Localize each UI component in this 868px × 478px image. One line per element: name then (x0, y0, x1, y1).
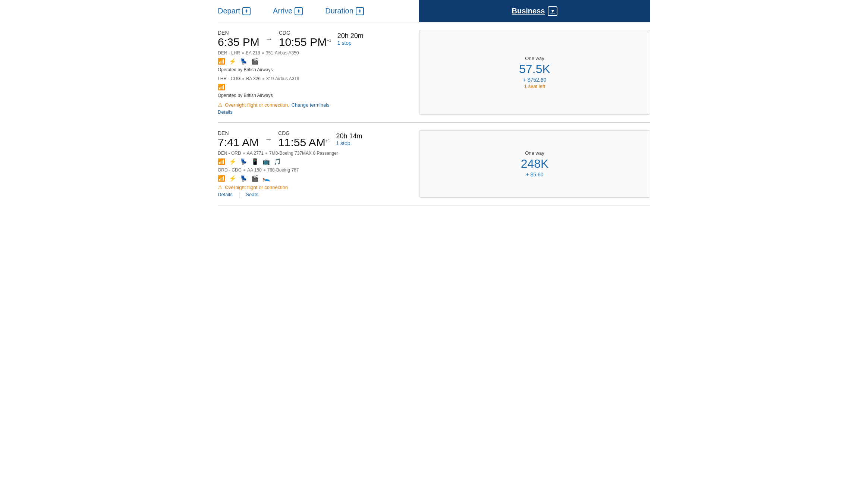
amenities-seg2: 📶 (218, 84, 412, 91)
duration-sort-icon[interactable]: ⬍ (356, 7, 364, 15)
f2-amenities-seg1: 📶 ⚡ 💺 📱 📺 🎵 (218, 158, 412, 165)
f2-mobile-icon-1: 📱 (251, 158, 259, 165)
stops-1: 1 stop (337, 40, 364, 46)
price-miles-2: 248K (521, 157, 549, 170)
price-panel-2[interactable]: One way 248K + $5.60 (419, 130, 650, 198)
warning-text-1: Overnight flight or connection, (225, 102, 289, 108)
duration-text-2: 20h 14m (336, 132, 362, 140)
f2-seg1-flight: AA 2771 (247, 151, 264, 156)
dot-f2-2b (264, 169, 265, 171)
dot-f2-2a (243, 169, 245, 171)
business-dropdown-button[interactable]: Business ▼ (512, 6, 558, 16)
one-way-label-1: One way (525, 56, 544, 61)
seg1-aircraft: 351-Airbus A350 (266, 50, 299, 56)
depart-sort-label: Depart (218, 7, 240, 15)
arrive-sort-label: Arrive (273, 7, 292, 15)
duration-block-1: 20h 20m 1 stop (337, 32, 364, 46)
business-dropdown-icon[interactable]: ▼ (548, 6, 557, 16)
entertainment-icon-1: 🎬 (251, 58, 259, 65)
arrive-superscript-1: +1 (327, 38, 331, 43)
power-icon-1: ⚡ (229, 58, 236, 65)
f2-power-icon-1: ⚡ (229, 158, 236, 165)
duration-sort-label: Duration (325, 7, 353, 15)
depart-block-2: DEN 7:41 AM (218, 130, 259, 148)
arrive-superscript-2: +1 (326, 138, 330, 143)
depart-block-1: DEN 6:35 PM (218, 30, 260, 48)
depart-airport-1: DEN (218, 30, 260, 36)
stops-2: 1 stop (336, 140, 362, 146)
f2-power-icon-2: ⚡ (229, 175, 236, 182)
operated-by-seg1: Operated by British Airways (218, 67, 412, 72)
arrive-sort-icon[interactable]: ⬍ (295, 7, 303, 15)
warning-row-1: ⚠ Overnight flight or connection, Change… (218, 102, 412, 108)
details-link-2[interactable]: Details (218, 192, 233, 198)
f2-tv-icon-1: 📺 (262, 158, 270, 165)
header-row: Depart ⬍ Arrive ⬍ Duration ⬍ Business ▼ (218, 0, 650, 22)
flight-info-2: DEN 7:41 AM → CDG 11:55 AM+1 20h 14m 1 s… (218, 130, 419, 198)
f2-segment-1-route: DEN - ORD AA 2771 7M8-Boeing 737MAX 8 Pa… (218, 151, 412, 156)
segment-2-route: LHR - CDG BA 326 319-Airbus A319 (218, 76, 412, 81)
flight-times-2: DEN 7:41 AM → CDG 11:55 AM+1 20h 14m 1 s… (218, 130, 412, 148)
seg1-flight: BA 218 (246, 50, 260, 56)
warning-icon-2: ⚠ (218, 184, 223, 190)
flight-row-1: DEN 6:35 PM → CDG 10:55 PM+1 20h 20m 1 s… (218, 22, 650, 123)
f2-segment-2-route: ORD - CDG AA 150 788-Boeing 787 (218, 167, 412, 173)
f2-wifi-icon-2: 📶 (218, 175, 225, 182)
details-link-1[interactable]: Details (218, 109, 233, 115)
details-row-2: Details | Seats (218, 192, 412, 198)
details-row-1: Details (218, 109, 412, 115)
dot-f2-1b (265, 152, 267, 154)
business-header[interactable]: Business ▼ (419, 0, 650, 22)
flight-info-1: DEN 6:35 PM → CDG 10:55 PM+1 20h 20m 1 s… (218, 30, 419, 115)
f2-wifi-icon-1: 📶 (218, 158, 225, 165)
seats-link-2[interactable]: Seats (246, 192, 258, 198)
depart-sort-icon[interactable]: ⬍ (242, 7, 251, 15)
f2-flatbed-icon-2: 🛌 (262, 175, 270, 182)
seats-left-1: 1 seat left (524, 84, 545, 89)
change-terminals-link[interactable]: Change terminals (292, 102, 330, 108)
f2-seat-icon-1: 💺 (240, 158, 248, 165)
arrive-sort[interactable]: Arrive ⬍ (273, 7, 303, 15)
f2-music-icon-1: 🎵 (274, 158, 281, 165)
seg2-aircraft: 319-Airbus A319 (266, 76, 299, 81)
price-miles-1: 57.5K (519, 63, 550, 76)
arrive-airport-2: CDG (278, 130, 330, 136)
depart-time-2: 7:41 AM (218, 136, 259, 148)
seg2-flight: BA 326 (246, 76, 261, 81)
dot-2b (262, 78, 264, 80)
arrow-icon-2: → (265, 135, 272, 144)
arrive-time-2: 11:55 AM+1 (278, 136, 330, 148)
dot-f2-1a (243, 152, 245, 154)
arrow-icon-1: → (265, 35, 273, 43)
amenities-seg1: 📶 ⚡ 💺 🎬 (218, 58, 412, 65)
duration-sort[interactable]: Duration ⬍ (325, 7, 364, 15)
arrive-airport-1: CDG (279, 30, 331, 36)
f2-seg1-aircraft: 7M8-Boeing 737MAX 8 Passenger (269, 151, 338, 156)
depart-sort[interactable]: Depart ⬍ (218, 7, 251, 15)
flight-times-1: DEN 6:35 PM → CDG 10:55 PM+1 20h 20m 1 s… (218, 30, 412, 48)
duration-block-2: 20h 14m 1 stop (336, 132, 362, 146)
seg2-route: LHR - CDG (218, 76, 240, 81)
flight-row-2: DEN 7:41 AM → CDG 11:55 AM+1 20h 14m 1 s… (218, 123, 650, 205)
f2-entertainment-icon-2: 🎬 (251, 175, 259, 182)
sort-columns: Depart ⬍ Arrive ⬍ Duration ⬍ (218, 0, 419, 22)
f2-seat-icon-2: 💺 (240, 175, 248, 182)
warning-icon-1: ⚠ (218, 102, 223, 108)
wifi-icon-2: 📶 (218, 84, 225, 91)
depart-airport-2: DEN (218, 130, 259, 136)
price-cash-1: + $752.60 (523, 77, 547, 83)
f2-seg1-route: DEN - ORD (218, 151, 241, 156)
price-panel-1[interactable]: One way 57.5K + $752.60 1 seat left (419, 30, 650, 115)
business-label-text: Business (512, 7, 545, 15)
warning-text-2: Overnight flight or connection (225, 185, 288, 190)
price-cash-2: + $5.60 (526, 172, 543, 177)
one-way-label-2: One way (525, 150, 544, 156)
wifi-icon-1: 📶 (218, 58, 225, 65)
dot-1a (242, 52, 244, 54)
divider-2: | (239, 192, 240, 198)
warning-row-2: ⚠ Overnight flight or connection (218, 184, 412, 190)
arrive-block-2: CDG 11:55 AM+1 (278, 130, 330, 148)
f2-amenities-seg2: 📶 ⚡ 💺 🎬 🛌 (218, 175, 412, 182)
operated-by-seg2: Operated by British Airways (218, 93, 412, 98)
arrive-block-1: CDG 10:55 PM+1 (279, 30, 331, 48)
